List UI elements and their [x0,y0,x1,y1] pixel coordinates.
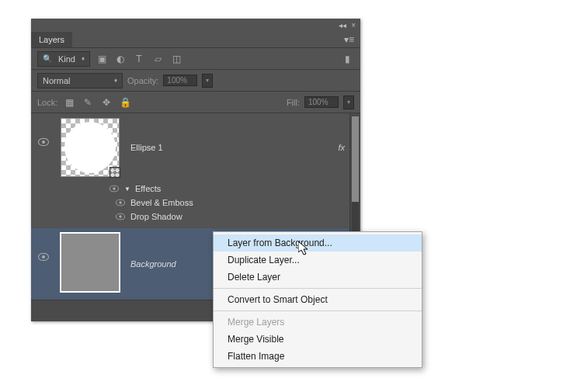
filter-type-icon[interactable]: T [132,52,146,66]
blend-row: Normal ♦ Opacity: 100% ▾ [31,70,360,92]
effect-item[interactable]: Drop Shadow [130,212,182,221]
menu-merge-visible[interactable]: Merge Visible [214,331,422,348]
visibility-toggle-icon[interactable] [116,199,125,206]
close-icon[interactable]: × [351,21,356,29]
lock-row: Lock: ▦ ✎ ✥ 🔒 Fill: 100% ▾ [31,92,360,113]
layer-thumbnail[interactable] [61,233,120,292]
fill-label: Fill: [287,98,300,107]
fx-indicator[interactable]: fx [339,143,346,152]
blend-mode-dropdown[interactable]: Normal ♦ [37,73,123,88]
menu-delete-layer[interactable]: Delete Layer [214,269,422,286]
lock-move-icon[interactable]: ✥ [99,95,113,109]
menu-duplicate-layer[interactable]: Duplicate Layer... [214,252,422,269]
fill-input[interactable]: 100% [304,96,339,108]
visibility-toggle-icon[interactable] [109,186,119,193]
panel-titlebar: ◂◂ × [31,19,360,31]
menu-convert-smart-object[interactable]: Convert to Smart Object [214,291,422,308]
effects-title: Effects [135,184,161,193]
collapse-icon[interactable]: ◂◂ [339,21,346,29]
visibility-toggle-icon[interactable] [38,138,49,146]
layer-name: Background [130,259,176,269]
visibility-toggle-icon[interactable] [116,213,125,220]
filter-kind-dropdown[interactable]: 🔍 Kind ♦ [37,51,90,67]
filter-row: 🔍 Kind ♦ ▣ ◐ T ▱ ◫ ▮ [31,48,360,70]
lock-label: Lock: [37,98,57,107]
menu-flatten-image[interactable]: Flatten Image [214,348,422,365]
menu-merge-layers: Merge Layers [214,314,422,331]
menu-separator [214,288,422,289]
filter-toggle-icon[interactable]: ▮ [340,52,354,66]
blend-mode-value: Normal [43,76,70,85]
effect-item[interactable]: Bevel & Emboss [130,198,193,207]
filter-adjust-icon[interactable]: ◐ [113,52,127,66]
opacity-input[interactable]: 100% [163,75,197,86]
filter-kind-label: Kind [58,54,75,64]
layer-row-ellipse[interactable]: Ellipse 1 fx ▲ [31,113,360,182]
opacity-label: Opacity: [127,76,158,85]
menu-layer-from-background[interactable]: Layer from Background... [214,234,422,252]
layer-effects: ▼ Effects Bevel & Emboss Drop Shadow [31,182,360,228]
context-menu: Layer from Background... Duplicate Layer… [213,231,422,368]
tab-row: Layers ▾≡ [31,31,360,48]
lock-transparent-icon[interactable]: ▦ [62,95,76,109]
panel-menu-icon[interactable]: ▾≡ [338,31,360,48]
fill-caret[interactable]: ▾ [343,95,354,109]
layer-name: Ellipse 1 [130,143,163,152]
tab-layers[interactable]: Layers [31,32,72,47]
filter-pixel-icon[interactable]: ▣ [95,52,109,66]
filter-smart-icon[interactable]: ◫ [169,52,183,66]
filter-shape-icon[interactable]: ▱ [151,52,165,66]
layer-thumbnail[interactable] [61,118,120,177]
opacity-caret[interactable]: ▾ [202,74,213,88]
lock-all-icon[interactable]: 🔒 [118,95,132,109]
menu-separator [214,310,422,311]
visibility-toggle-icon[interactable] [38,253,49,261]
lock-paint-icon[interactable]: ✎ [81,95,95,109]
